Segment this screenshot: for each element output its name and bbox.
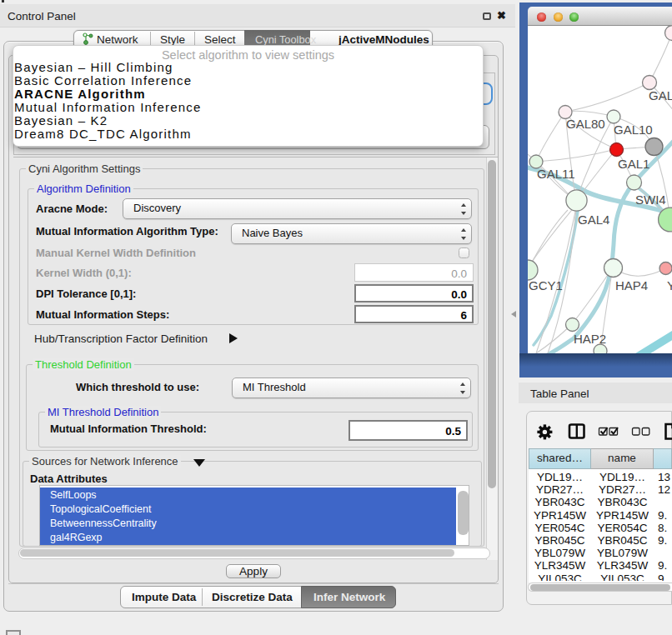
svg-text:GAL4: GAL4 <box>578 212 609 227</box>
svg-text:GAL: GAL <box>649 88 672 102</box>
svg-text:GCY1: GCY1 <box>529 278 563 292</box>
svg-text:GAL80: GAL80 <box>566 117 605 131</box>
svg-text:SWI4: SWI4 <box>635 192 666 207</box>
svg-text:GAL10: GAL10 <box>614 122 653 137</box>
svg-text:HAP2: HAP2 <box>574 332 606 346</box>
svg-text:HAP4: HAP4 <box>615 278 648 292</box>
svg-text:GAL11: GAL11 <box>537 167 575 181</box>
svg-text:Y: Y <box>667 278 672 292</box>
svg-text:GAL1: GAL1 <box>618 157 649 171</box>
